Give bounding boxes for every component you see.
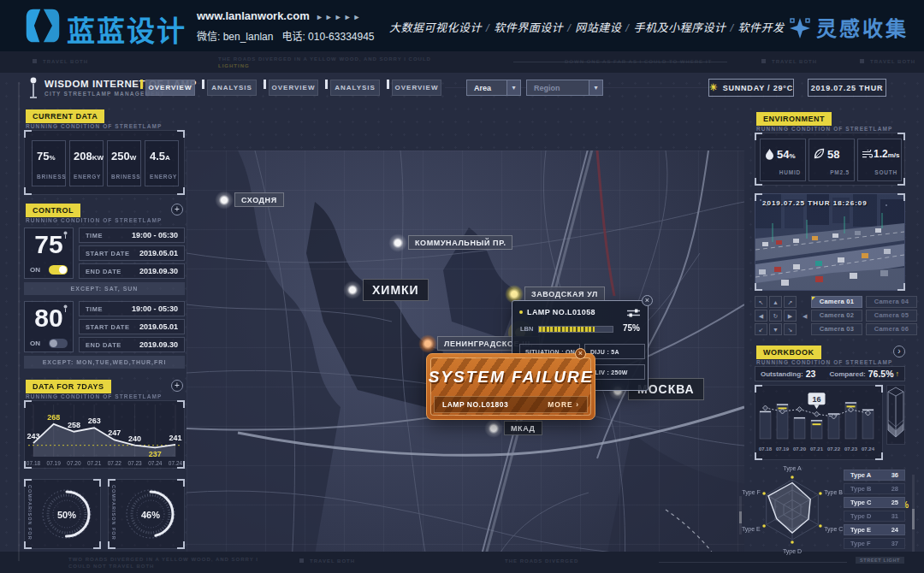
power-toggle-on[interactable] bbox=[49, 265, 68, 275]
date-widget: 2019.07.25 THUR bbox=[808, 79, 886, 97]
svg-text:07.20: 07.20 bbox=[67, 460, 81, 466]
alert-more-button[interactable]: MORE › bbox=[548, 400, 579, 409]
camera-04-button[interactable]: Camera 04 bbox=[866, 296, 917, 308]
camera-02-button[interactable]: Camera 02 bbox=[811, 310, 862, 322]
current-data-panel: 75% BRINESS 208KW ENERGY 250W BRINESS 4.… bbox=[24, 130, 185, 195]
pan-up-left-button[interactable]: ↖ bbox=[755, 296, 767, 308]
pan-down-right-button[interactable]: ↘ bbox=[784, 323, 797, 335]
current-data-subtitle: RUNNING CONDITION OF STREETLAMP bbox=[26, 123, 162, 129]
sliders-icon[interactable] bbox=[627, 309, 640, 317]
workbook-title: WORKBOOK bbox=[756, 346, 821, 359]
tab-tick bbox=[140, 80, 143, 89]
time-row: TIME19:00 - 05:30 bbox=[79, 301, 185, 316]
popup-title: LAMP NO.L01058 bbox=[520, 308, 595, 316]
tab-analysis-2[interactable]: ANALYSIS bbox=[330, 80, 380, 96]
workbook-next-button[interactable]: › bbox=[893, 346, 905, 357]
svg-text:Type D: Type D bbox=[783, 548, 802, 555]
brightness-level: 80 bbox=[25, 304, 73, 333]
lbn-value: 75% bbox=[623, 323, 640, 333]
area-select[interactable]: Area ▾ bbox=[466, 80, 521, 96]
promo-banner: 蓝蓝设计 www.lanlanwork.com ►►►►► 微信: ben_la… bbox=[0, 0, 924, 51]
chevron-right-icon: › bbox=[576, 400, 579, 409]
left-scrollbar[interactable] bbox=[18, 82, 20, 561]
tab-analysis-1[interactable]: ANALYSIS bbox=[207, 80, 257, 96]
tab-tick bbox=[387, 80, 389, 89]
wechat-contact: 微信: ben_lanlan bbox=[197, 31, 273, 43]
pan-down-left-button[interactable]: ↙ bbox=[755, 323, 767, 335]
camera-feed[interactable]: 2019.07.25 THUR 18:26:09 bbox=[755, 193, 905, 291]
camera-03-button[interactable]: Camera 03 bbox=[811, 323, 862, 335]
camera-01-button[interactable]: Camera 01 bbox=[811, 296, 862, 308]
type-d-button[interactable]: Type D31 bbox=[844, 511, 905, 522]
water-drop-icon bbox=[765, 148, 774, 160]
gauge-value: 46% bbox=[121, 480, 181, 550]
svg-text:07.24: 07.24 bbox=[862, 446, 875, 452]
control-add-button[interactable]: + bbox=[171, 204, 183, 216]
week-chart-subtitle: RUNNING CONDITION OF STREETLAMP bbox=[26, 393, 162, 399]
alert-close-icon[interactable]: × bbox=[575, 348, 586, 359]
pan-up-button[interactable]: ▲ bbox=[769, 296, 782, 308]
svg-text:247: 247 bbox=[108, 428, 121, 437]
map-label-zavodskaya[interactable]: ЗАВОДСКАЯ УЛ bbox=[524, 286, 605, 301]
type-a-button[interactable]: Type A36 bbox=[844, 470, 905, 481]
collection-label[interactable]: 灵感收集 bbox=[816, 17, 909, 40]
services-list: 大数据可视化设计/软件界面设计/网站建设/手机及小程序设计/软件开发 bbox=[389, 19, 785, 35]
workbook-stats: Outstanding: 23 Compared: 76.5% ↑ bbox=[755, 366, 905, 381]
wind-icon bbox=[862, 150, 873, 158]
map-pin-mkad[interactable] bbox=[484, 419, 503, 438]
tab-overview-1[interactable]: OVERVIEW bbox=[145, 80, 195, 96]
tab-overview-3[interactable]: OVERVIEW bbox=[392, 80, 441, 96]
comparison-gauge-2: COMPARISON FOR 46% bbox=[108, 479, 185, 549]
phone-contact: 电话: 010-63334945 bbox=[281, 31, 374, 43]
type-c-button[interactable]: Type C25 bbox=[844, 497, 905, 508]
camera-prev-icon[interactable]: ◀ bbox=[803, 313, 807, 320]
week-line-chart: 24326825826324724023724107.1807.1907.200… bbox=[25, 401, 184, 468]
control-level-box-2: 80 ON bbox=[24, 301, 74, 352]
comparison-gauge-1: COMPARISON FOR 50% bbox=[24, 479, 101, 549]
right-scrollbar-thumb[interactable] bbox=[912, 509, 915, 529]
chevron-down-icon[interactable]: ▾ bbox=[506, 80, 520, 95]
pan-left-button[interactable]: ◀ bbox=[755, 310, 767, 322]
svg-text:Type C: Type C bbox=[824, 526, 843, 533]
map-label-kommunalny[interactable]: КОММУНАЛЬНЫЙ ПР. bbox=[408, 235, 512, 250]
map-label-skhodnya[interactable]: СХОДНЯ bbox=[234, 192, 284, 207]
pan-down-button[interactable]: ▼ bbox=[769, 323, 782, 335]
refresh-button[interactable]: ↻ bbox=[769, 310, 782, 322]
website-link[interactable]: www.lanlanwork.com bbox=[197, 9, 310, 22]
pan-right-button[interactable]: ▶ bbox=[784, 310, 797, 322]
map-label-mkad[interactable]: МКАД bbox=[504, 421, 542, 435]
logo-text: 蓝蓝设计 bbox=[67, 9, 187, 50]
popup-close-icon[interactable]: × bbox=[642, 295, 653, 306]
alert-lamp-id: LAMP NO.L01803 bbox=[442, 400, 508, 409]
type-b-button[interactable]: Type B28 bbox=[844, 483, 905, 494]
camera-05-button[interactable]: Camera 05 bbox=[866, 310, 917, 322]
pan-up-right-button[interactable]: ↗ bbox=[784, 296, 797, 308]
sparkle-icon bbox=[789, 17, 811, 39]
sun-icon: ☀ bbox=[709, 82, 719, 93]
map-label-khimki[interactable]: ХИМКИ bbox=[363, 279, 429, 301]
svg-text:243: 243 bbox=[27, 432, 39, 440]
tab-overview-2[interactable]: OVERVIEW bbox=[269, 80, 318, 96]
type-f-button[interactable]: Type F37 bbox=[844, 538, 905, 549]
svg-text:07.21: 07.21 bbox=[87, 460, 102, 466]
region-select[interactable]: Region ▾ bbox=[526, 80, 603, 96]
power-toggle-off[interactable] bbox=[49, 339, 68, 348]
stat-briness-w: 250W BRINESS bbox=[107, 140, 141, 186]
map-pin-kommunalny[interactable] bbox=[388, 233, 407, 252]
week-chart-add-button[interactable]: + bbox=[171, 380, 183, 392]
arrows-decoration: ►►►►► bbox=[316, 13, 363, 21]
type-e-button[interactable]: Type E24 bbox=[844, 524, 905, 535]
city-map[interactable]: СХОДНЯ КОММУНАЛЬНЫЙ ПР. ХИМКИ ЗАВОДСКАЯ … bbox=[187, 151, 744, 573]
svg-text:237: 237 bbox=[149, 450, 162, 458]
svg-text:07.23: 07.23 bbox=[127, 460, 142, 466]
camera-06-button[interactable]: Camera 06 bbox=[866, 323, 917, 335]
chevron-down-icon[interactable]: ▾ bbox=[589, 80, 602, 95]
control-subtitle: RUNNING CONDITION OF STREETLAMP bbox=[26, 217, 162, 223]
top-decor-strip: TRAVEL BOTH THE ROADS DIVERGED IN A YELL… bbox=[0, 51, 924, 73]
map-pin-khimki[interactable] bbox=[343, 281, 362, 299]
svg-text:07.18: 07.18 bbox=[27, 460, 41, 466]
map-pin-skhodnya[interactable] bbox=[215, 191, 234, 210]
radar-scrollbar-thumb[interactable] bbox=[739, 511, 742, 523]
map-pin-leningradskoe[interactable] bbox=[418, 334, 437, 353]
except-days-1: EXCEPT: SAT, SUN bbox=[24, 282, 185, 295]
